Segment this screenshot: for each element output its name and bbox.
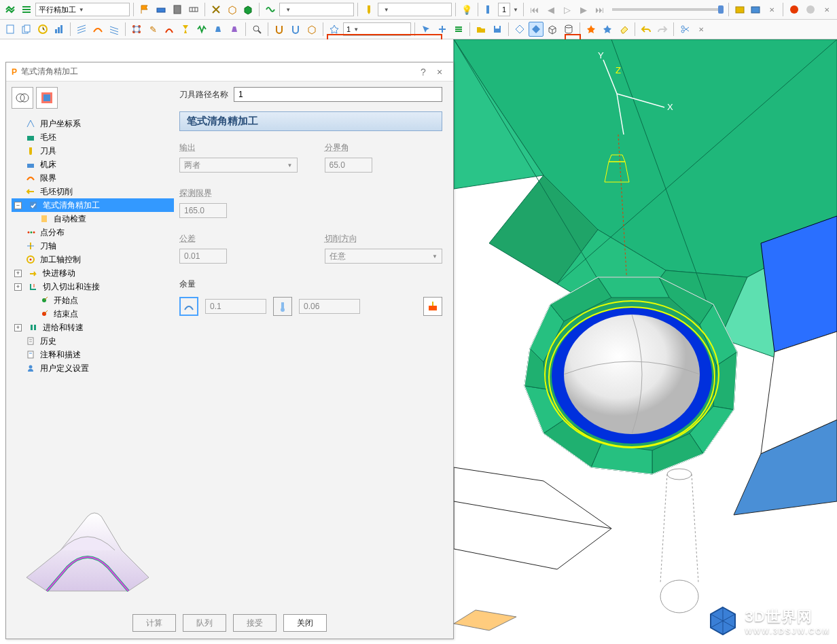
scissors-icon[interactable]: [677, 22, 692, 37]
tree-stock[interactable]: 毛坯: [12, 130, 174, 144]
tree-notes[interactable]: 注释和描述: [12, 348, 174, 361]
queue-button[interactable]: 队列: [183, 614, 226, 632]
next-icon[interactable]: ▶: [576, 2, 591, 17]
tree-pointdist[interactable]: 点分布: [12, 226, 174, 239]
counter[interactable]: 1: [498, 3, 510, 16]
plus-icon[interactable]: [435, 22, 450, 37]
path-green-icon[interactable]: [263, 2, 278, 17]
save-icon[interactable]: [490, 22, 505, 37]
tree-usersettings[interactable]: 用户定义设置: [12, 361, 174, 375]
hatch1-icon[interactable]: [74, 22, 89, 37]
cursor-blue-icon[interactable]: [418, 22, 433, 37]
accept-button[interactable]: 接受: [233, 614, 277, 632]
close-x-icon[interactable]: ✕: [764, 2, 779, 17]
box2-icon[interactable]: [241, 2, 256, 17]
tol-input[interactable]: 0.01: [179, 249, 227, 264]
list-icon[interactable]: [19, 2, 34, 17]
erase-icon[interactable]: [616, 22, 631, 37]
box3-icon[interactable]: [304, 22, 319, 37]
preview-mode-1[interactable]: [12, 87, 33, 109]
play-slider[interactable]: [612, 8, 720, 11]
tool2-icon[interactable]: [178, 22, 193, 37]
zigzag-icon[interactable]: [194, 22, 209, 37]
expand-icon4[interactable]: +: [14, 324, 22, 332]
preview-mode-2[interactable]: [36, 87, 58, 109]
win1-icon[interactable]: [732, 2, 747, 17]
help-button[interactable]: ?: [415, 67, 431, 77]
tree-toolaxis[interactable]: 刀轴: [12, 239, 174, 253]
box-icon[interactable]: [225, 2, 240, 17]
folder-icon[interactable]: [474, 22, 488, 37]
name-input[interactable]: [234, 87, 442, 102]
expand-icon3[interactable]: +: [14, 283, 22, 291]
allow-radial-input[interactable]: [205, 299, 266, 314]
flag-icon[interactable]: [137, 2, 152, 17]
star-blue2-icon[interactable]: [600, 22, 615, 37]
tool-gold-icon[interactable]: [361, 2, 376, 17]
angle-input[interactable]: 65.0: [325, 158, 372, 173]
stats-icon[interactable]: [52, 22, 67, 37]
record-icon[interactable]: [787, 2, 802, 17]
clock-icon[interactable]: [35, 22, 50, 37]
last-icon[interactable]: ⏭: [592, 2, 607, 17]
edit1-icon[interactable]: ✎: [145, 22, 160, 37]
prev-icon[interactable]: ◀: [544, 2, 558, 17]
grid-icon[interactable]: [186, 2, 201, 17]
tree-axiscontrol[interactable]: 加工轴控制: [12, 253, 174, 266]
dialog-titlebar[interactable]: P 笔式清角精加工 ? ×: [6, 62, 453, 82]
tree-boundary[interactable]: 限界: [12, 171, 174, 185]
output-select[interactable]: 两者▼: [179, 158, 298, 173]
calc-icon[interactable]: [170, 2, 185, 17]
tree-machine[interactable]: 机床: [12, 158, 174, 171]
tree-rapid[interactable]: +快进移动: [12, 266, 174, 280]
bulb-icon[interactable]: 💡: [459, 2, 474, 17]
u-shape-icon[interactable]: [272, 22, 287, 37]
curve-orange-icon[interactable]: [90, 22, 105, 37]
allow-mode-axial[interactable]: [273, 297, 292, 316]
dd2[interactable]: ▼: [279, 3, 354, 16]
cutdir-select[interactable]: 任意▼: [325, 249, 443, 264]
detect-input[interactable]: 165.0: [179, 203, 227, 218]
node-icon[interactable]: [129, 22, 144, 37]
tree-leads[interactable]: +切入切出和连接: [12, 280, 174, 293]
diamond-icon[interactable]: [512, 22, 527, 37]
tree-tool[interactable]: 刀具: [12, 144, 174, 158]
cube-icon[interactable]: [545, 22, 560, 37]
diamond-active-icon[interactable]: [529, 22, 544, 37]
undo-icon[interactable]: [639, 22, 654, 37]
play-icon[interactable]: ▷: [560, 2, 575, 17]
copy-icon[interactable]: [19, 22, 34, 37]
zoom-icon[interactable]: [249, 22, 264, 37]
redo-icon[interactable]: [655, 22, 670, 37]
doc-icon[interactable]: [3, 22, 18, 37]
tree-autocheck[interactable]: 自动检查: [12, 212, 174, 226]
win2-icon[interactable]: [748, 2, 763, 17]
strategy-icon[interactable]: [3, 2, 18, 17]
lines-icon[interactable]: [451, 22, 466, 37]
hatch2-icon[interactable]: [107, 22, 122, 37]
tree-history[interactable]: 历史: [12, 334, 174, 348]
tree-pencil-finishing[interactable]: −笔式清角精加工: [12, 198, 174, 212]
measure-icon[interactable]: [154, 2, 168, 17]
close-x2-icon[interactable]: ✕: [819, 2, 834, 17]
calc-button[interactable]: 计算: [132, 614, 176, 632]
counter-icon[interactable]: [482, 2, 497, 17]
tools-icon[interactable]: [209, 2, 224, 17]
draw-icon[interactable]: [162, 22, 177, 37]
tree-stockcut[interactable]: 毛坯切削: [12, 185, 174, 198]
boundary-dropdown[interactable]: 1▼: [343, 22, 411, 36]
strategy-dropdown[interactable]: 平行精加工▼: [35, 3, 130, 16]
sphere-icon[interactable]: [803, 2, 818, 17]
close-button[interactable]: ×: [431, 67, 448, 77]
expand-icon2[interactable]: +: [14, 270, 22, 277]
trap-blue-icon[interactable]: [211, 22, 226, 37]
cylinder-icon[interactable]: [561, 22, 576, 37]
tree-start[interactable]: 开始点: [12, 293, 174, 307]
tree-feedrate[interactable]: +进给和转速: [12, 321, 174, 334]
star-blue-icon[interactable]: [327, 22, 342, 37]
dd3[interactable]: ▼: [378, 3, 452, 16]
first-icon[interactable]: ⏮: [527, 2, 542, 17]
close-x3-icon[interactable]: ✕: [694, 22, 709, 37]
star-orange-icon[interactable]: [584, 22, 599, 37]
u-shape2-icon[interactable]: [288, 22, 303, 37]
